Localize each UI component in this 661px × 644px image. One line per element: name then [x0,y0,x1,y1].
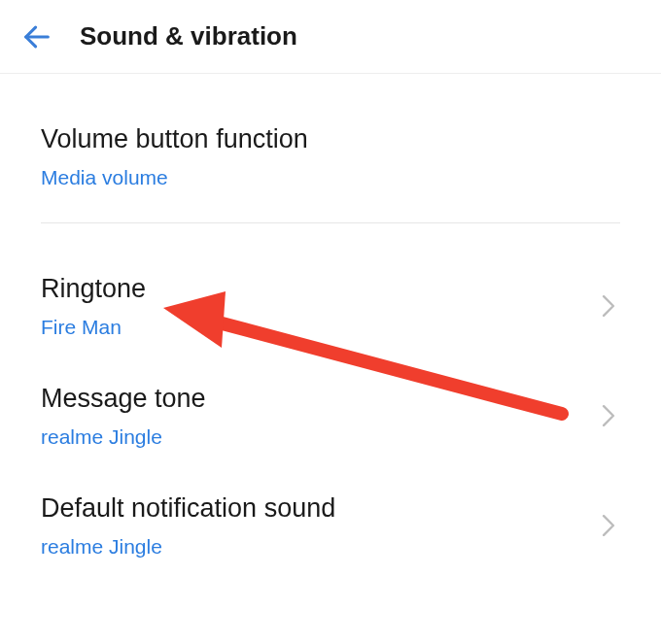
setting-title: Volume button function [41,122,620,156]
setting-value: Media volume [41,166,620,189]
setting-title: Message tone [41,382,597,416]
header: Sound & vibration [0,0,661,74]
setting-value: Fire Man [41,316,597,339]
settings-list: Volume button function Media volume Ring… [0,74,661,582]
setting-title: Ringtone [41,272,597,306]
setting-default-notification[interactable]: Default notification sound realme Jingle [0,472,661,582]
setting-title: Default notification sound [41,491,597,525]
setting-ringtone[interactable]: Ringtone Fire Man [0,253,661,362]
setting-text: Volume button function Media volume [41,122,620,189]
chevron-right-icon [597,404,620,427]
page-title: Sound & vibration [80,21,297,51]
back-icon[interactable] [16,16,58,58]
setting-value: realme Jingle [41,425,597,449]
setting-value: realme Jingle [41,535,597,559]
setting-volume-button-function[interactable]: Volume button function Media volume [0,74,661,222]
setting-message-tone[interactable]: Message tone realme Jingle [0,362,661,472]
chevron-right-icon [597,294,620,318]
setting-text: Message tone realme Jingle [41,382,597,449]
chevron-right-icon [597,514,620,537]
setting-text: Ringtone Fire Man [41,272,597,339]
setting-text: Default notification sound realme Jingle [41,491,597,559]
